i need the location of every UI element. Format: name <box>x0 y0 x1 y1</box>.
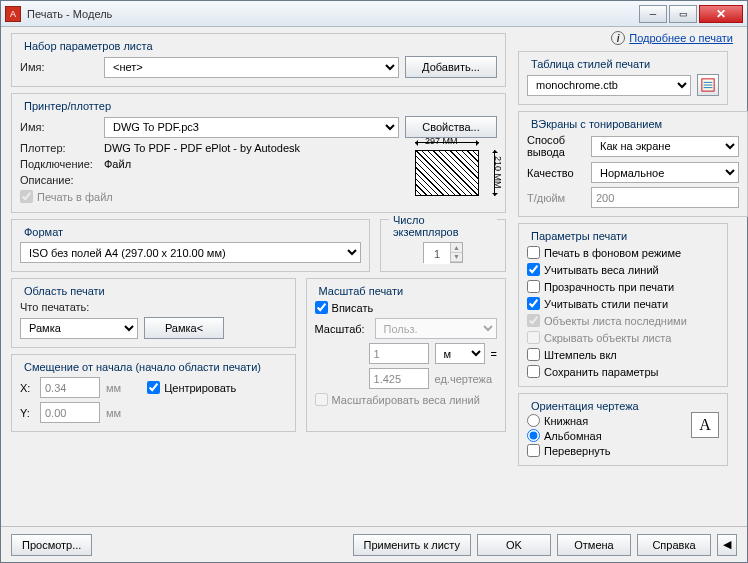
plot-style-group: Таблица стилей печати monochrome.ctb <box>518 51 728 105</box>
add-page-setup-button[interactable]: Добавить... <box>405 56 497 78</box>
print-options-legend: Параметры печати <box>527 230 631 242</box>
plot-style-legend: Таблица стилей печати <box>527 58 654 70</box>
printer-legend: Принтер/плоттер <box>20 100 115 112</box>
opt-save-checkbox[interactable]: Сохранить параметры <box>527 365 719 378</box>
opt-stamp-checkbox[interactable]: Штемпель вкл <box>527 348 719 361</box>
minimize-button[interactable]: ─ <box>639 5 667 23</box>
opt-transparency-checkbox[interactable]: Прозрачность при печати <box>527 280 719 293</box>
scale-den-unit: ед.чертежа <box>435 373 492 385</box>
offset-y-label: Y: <box>20 407 34 419</box>
format-legend: Формат <box>20 226 67 238</box>
print-options-group: Параметры печати Печать в фоновом режиме… <box>518 223 728 387</box>
plot-style-select[interactable]: monochrome.ctb <box>527 75 691 96</box>
plot-area-group: Область печати Что печатать: Рамка Рамка… <box>11 278 296 348</box>
orientation-legend: Ориентация чертежа <box>527 400 643 412</box>
offset-y-input <box>40 402 100 423</box>
offset-group: Смещение от начала (начало области печат… <box>11 354 296 432</box>
plot-style-edit-button[interactable] <box>697 74 719 96</box>
scale-label: Масштаб: <box>315 323 369 335</box>
scale-legend: Масштаб печати <box>315 285 408 297</box>
connection-label: Подключение: <box>20 158 98 170</box>
orientation-icon: A <box>691 412 719 438</box>
page-setup-name-label: Имя: <box>20 61 98 73</box>
center-checkbox[interactable]: Центрировать <box>147 381 236 394</box>
copies-legend: Число экземпляров <box>389 214 497 238</box>
scale-den-input <box>369 368 429 389</box>
orient-landscape-radio[interactable]: Альбомная <box>527 429 691 442</box>
scale-group: Масштаб печати Вписать Масштаб: Польз. м… <box>306 278 506 432</box>
offset-y-unit: мм <box>106 407 121 419</box>
plotter-value: DWG To PDF - PDF ePlot - by Autodesk <box>104 142 300 154</box>
orient-portrait-radio[interactable]: Книжная <box>527 414 691 427</box>
description-label: Описание: <box>20 174 98 186</box>
app-icon: A <box>5 6 21 22</box>
opt-paperlast-checkbox: Объекты листа последними <box>527 314 719 327</box>
more-about-print-link[interactable]: Подробнее о печати <box>629 32 733 44</box>
opt-background-checkbox[interactable]: Печать в фоновом режиме <box>527 246 719 259</box>
shaded-group: ВЭкраны с тонированием Способ выводаКак … <box>518 111 748 217</box>
preview-button[interactable]: Просмотр... <box>11 534 92 556</box>
scale-select: Польз. <box>375 318 497 339</box>
shade-mode-select[interactable]: Как на экране <box>591 136 739 157</box>
what-to-plot-label: Что печатать: <box>20 301 287 313</box>
maximize-button[interactable]: ▭ <box>669 5 697 23</box>
scale-num-input <box>369 343 429 364</box>
page-setup-legend: Набор параметров листа <box>20 40 157 52</box>
offset-x-input <box>40 377 100 398</box>
paper-preview: 297 MM 210 MM <box>407 138 497 204</box>
help-button[interactable]: Справка <box>637 534 711 556</box>
printer-name-label: Имя: <box>20 121 98 133</box>
copies-spinner: ▲▼ <box>423 242 463 263</box>
printer-properties-button[interactable]: Свойства... <box>405 116 497 138</box>
dialog-footer: Просмотр... Применить к листу OK Отмена … <box>1 526 747 562</box>
scale-unit-select[interactable]: мм <box>435 343 485 364</box>
offset-legend: Смещение от начала (начало области печат… <box>20 361 265 373</box>
quality-label: Качество <box>527 167 585 179</box>
orientation-group: Ориентация чертежа Книжная Альбомная Пер… <box>518 393 728 466</box>
opt-hidepaper-checkbox: Скрывать объекты листа <box>527 331 719 344</box>
copies-group: Число экземпляров ▲▼ <box>380 219 506 272</box>
ok-button[interactable]: OK <box>477 534 551 556</box>
dpi-label: Т/дюйм <box>527 192 585 204</box>
page-setup-name-select[interactable]: <нет> <box>104 57 399 78</box>
window-title: Печать - Модель <box>27 8 639 20</box>
page-setup-group: Набор параметров листа Имя: <нет> Добави… <box>11 33 506 87</box>
close-button[interactable]: ✕ <box>699 5 743 23</box>
info-icon: i <box>611 31 625 45</box>
dpi-input <box>591 187 739 208</box>
paper-format-select[interactable]: ISO без полей A4 (297.00 x 210.00 мм) <box>20 242 361 263</box>
shade-mode-label: Способ вывода <box>527 134 585 158</box>
plotter-label: Плоттер: <box>20 142 98 154</box>
fit-checkbox[interactable]: Вписать <box>315 301 497 314</box>
scale-lw-checkbox: Масштабировать веса линий <box>315 393 497 406</box>
connection-value: Файл <box>104 158 131 170</box>
titlebar: A Печать - Модель ─ ▭ ✕ <box>1 1 747 27</box>
what-to-plot-select[interactable]: Рамка <box>20 318 138 339</box>
offset-x-unit: мм <box>106 382 121 394</box>
expand-button[interactable]: ◀ <box>717 534 737 556</box>
quality-select[interactable]: Нормальное <box>591 162 739 183</box>
printer-group: Принтер/плоттер Имя: DWG To PDF.pc3 Свой… <box>11 93 506 213</box>
opt-plotstyles-checkbox[interactable]: Учитывать стили печати <box>527 297 719 310</box>
format-group: Формат ISO без полей A4 (297.00 x 210.00… <box>11 219 370 272</box>
printer-name-select[interactable]: DWG To PDF.pc3 <box>104 117 399 138</box>
orient-upside-checkbox[interactable]: Перевернуть <box>527 444 691 457</box>
frame-pick-button[interactable]: Рамка< <box>144 317 224 339</box>
offset-x-label: X: <box>20 382 34 394</box>
print-to-file-checkbox: Печать в файл <box>20 190 407 203</box>
apply-to-layout-button[interactable]: Применить к листу <box>353 534 472 556</box>
plot-area-legend: Область печати <box>20 285 109 297</box>
equals-sign: = <box>491 348 497 360</box>
opt-lineweights-checkbox[interactable]: Учитывать веса линий <box>527 263 719 276</box>
cancel-button[interactable]: Отмена <box>557 534 631 556</box>
shaded-legend: ВЭкраны с тонированием <box>527 118 666 130</box>
